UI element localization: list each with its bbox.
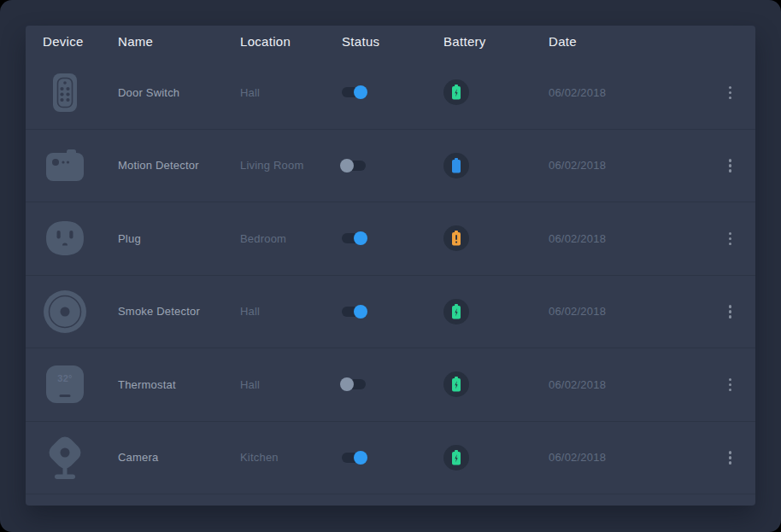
devices-table: Device Name Location Status Battery Date… (26, 26, 755, 506)
device-location: Kitchen (240, 451, 342, 464)
device-name: Camera (118, 451, 240, 464)
column-header-date: Date (549, 34, 704, 49)
app-window: Device Name Location Status Battery Date… (0, 0, 781, 532)
device-name: Plug (118, 232, 240, 245)
row-menu-button[interactable] (722, 154, 739, 178)
column-header-status: Status (342, 34, 443, 49)
battery-charging-icon (443, 79, 469, 105)
device-date: 06/02/2018 (549, 305, 704, 318)
status-toggle[interactable] (342, 161, 366, 171)
device-date: 06/02/2018 (549, 451, 704, 464)
device-name: Thermostat (118, 378, 240, 391)
status-toggle[interactable] (342, 307, 366, 317)
toggle-knob (340, 377, 354, 391)
status-toggle[interactable] (342, 379, 366, 389)
device-location: Hall (240, 86, 342, 99)
status-toggle[interactable] (342, 453, 366, 463)
device-name: Motion Detector (118, 159, 240, 172)
thermostat-dash (60, 395, 71, 397)
toggle-knob (354, 85, 367, 99)
remote-icon (43, 73, 87, 113)
table-row: Motion Detector Living Room 06/02/2018 (26, 130, 755, 203)
toggle-knob (340, 159, 354, 172)
table-row: Camera Kitchen 06/02/2018 (26, 422, 755, 495)
column-header-location: Location (240, 34, 342, 49)
plug-icon (43, 220, 87, 256)
column-header-battery: Battery (443, 34, 549, 49)
toggle-knob (354, 451, 367, 465)
battery-full-icon (443, 153, 469, 178)
device-location: Hall (240, 378, 342, 391)
battery-charging-icon (443, 445, 469, 471)
device-date: 06/02/2018 (549, 86, 704, 99)
thermostat-temp-label: 32° (57, 373, 73, 383)
status-toggle[interactable] (342, 87, 366, 97)
device-date: 06/02/2018 (549, 159, 704, 172)
table-row: Smoke Detector Hall 06/02/2018 (26, 276, 755, 349)
status-toggle[interactable] (342, 233, 366, 243)
motion-detector-icon (43, 149, 87, 183)
device-name: Smoke Detector (118, 305, 240, 318)
device-date: 06/02/2018 (549, 378, 704, 391)
battery-charging-icon (443, 299, 469, 324)
table-row: Plug Bedroom 06/02/2018 (26, 202, 755, 276)
table-header: Device Name Location Status Battery Date (26, 26, 755, 56)
row-menu-button[interactable] (722, 373, 739, 397)
row-menu-button[interactable] (722, 446, 739, 470)
toggle-knob (354, 305, 367, 319)
smoke-detector-icon (43, 289, 87, 334)
device-name: Door Switch (118, 86, 240, 99)
camera-icon (43, 435, 87, 481)
row-menu-button[interactable] (722, 227, 739, 251)
row-menu-button[interactable] (722, 81, 739, 105)
device-date: 06/02/2018 (549, 232, 704, 245)
thermostat-icon: 32° (43, 365, 87, 403)
column-header-name: Name (118, 34, 240, 49)
device-location: Living Room (240, 159, 342, 172)
column-header-device: Device (43, 34, 118, 49)
row-menu-button[interactable] (722, 300, 739, 324)
table-row: 32° Thermostat Hall 06/02/2018 (26, 348, 755, 422)
battery-low-icon (443, 225, 469, 251)
device-location: Bedroom (240, 232, 342, 245)
toggle-knob (354, 231, 367, 245)
device-location: Hall (240, 305, 342, 318)
battery-charging-icon (443, 371, 469, 397)
table-row: Door Switch Hall 06/02/2018 (26, 56, 755, 130)
